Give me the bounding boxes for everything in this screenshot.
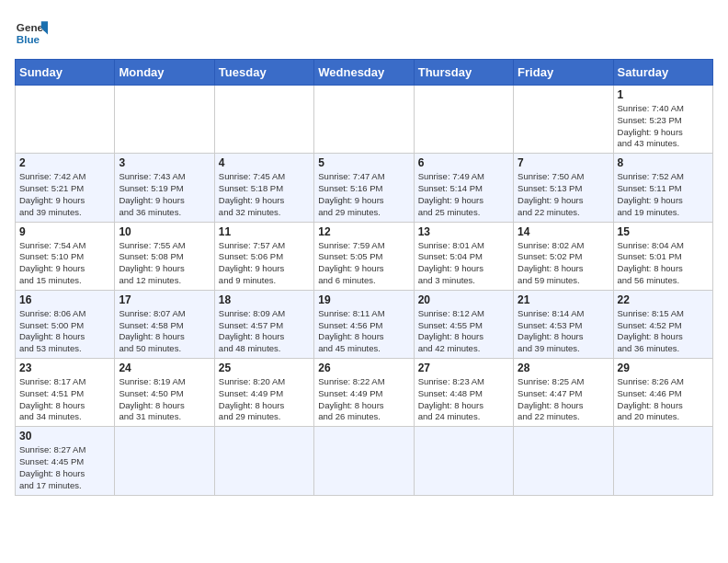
- calendar-cell: 18Sunrise: 8:09 AM Sunset: 4:57 PM Dayli…: [214, 290, 313, 358]
- day-info: Sunrise: 7:57 AM Sunset: 5:06 PM Dayligh…: [219, 240, 310, 287]
- page-container: General Blue SundayMondayTuesdayWednesda…: [15, 15, 713, 496]
- day-number: 27: [418, 362, 509, 374]
- day-info: Sunrise: 8:17 AM Sunset: 4:51 PM Dayligh…: [19, 376, 110, 423]
- calendar-cell: 14Sunrise: 8:02 AM Sunset: 5:02 PM Dayli…: [514, 222, 613, 290]
- day-number: 10: [119, 225, 210, 238]
- day-info: Sunrise: 8:07 AM Sunset: 4:58 PM Dayligh…: [119, 308, 210, 355]
- day-number: 6: [418, 156, 509, 169]
- day-number: 22: [618, 293, 709, 306]
- calendar-cell: 21Sunrise: 8:14 AM Sunset: 4:53 PM Dayli…: [514, 290, 613, 358]
- day-info: Sunrise: 8:15 AM Sunset: 4:52 PM Dayligh…: [618, 308, 709, 355]
- calendar-cell: 16Sunrise: 8:06 AM Sunset: 5:00 PM Dayli…: [16, 290, 115, 358]
- day-number: 25: [219, 362, 310, 374]
- day-info: Sunrise: 8:23 AM Sunset: 4:48 PM Dayligh…: [418, 376, 509, 423]
- calendar-cell: 7Sunrise: 7:50 AM Sunset: 5:13 PM Daylig…: [514, 154, 613, 222]
- logo-icon: General Blue: [15, 15, 48, 48]
- day-info: Sunrise: 8:20 AM Sunset: 4:49 PM Dayligh…: [219, 376, 310, 423]
- calendar-cell: 29Sunrise: 8:26 AM Sunset: 4:46 PM Dayli…: [613, 359, 712, 427]
- calendar-week-row: 16Sunrise: 8:06 AM Sunset: 5:00 PM Dayli…: [16, 290, 713, 358]
- day-number: 17: [119, 293, 210, 306]
- calendar-cell: 3Sunrise: 7:43 AM Sunset: 5:19 PM Daylig…: [115, 154, 214, 222]
- day-info: Sunrise: 7:43 AM Sunset: 5:19 PM Dayligh…: [119, 171, 210, 218]
- calendar-cell: [514, 427, 613, 495]
- calendar-cell: 22Sunrise: 8:15 AM Sunset: 4:52 PM Dayli…: [613, 290, 712, 358]
- day-number: 14: [518, 225, 609, 238]
- day-number: 29: [618, 362, 709, 374]
- calendar-cell: 20Sunrise: 8:12 AM Sunset: 4:55 PM Dayli…: [414, 290, 513, 358]
- calendar-cell: 26Sunrise: 8:22 AM Sunset: 4:49 PM Dayli…: [314, 359, 414, 427]
- calendar-week-row: 30Sunrise: 8:27 AM Sunset: 4:45 PM Dayli…: [16, 427, 713, 495]
- calendar-cell: 2Sunrise: 7:42 AM Sunset: 5:21 PM Daylig…: [16, 154, 115, 222]
- calendar-week-row: 1Sunrise: 7:40 AM Sunset: 5:23 PM Daylig…: [16, 86, 713, 154]
- day-info: Sunrise: 7:45 AM Sunset: 5:18 PM Dayligh…: [219, 171, 310, 218]
- day-info: Sunrise: 8:26 AM Sunset: 4:46 PM Dayligh…: [618, 376, 709, 423]
- calendar-cell: [115, 86, 214, 154]
- calendar-week-row: 2Sunrise: 7:42 AM Sunset: 5:21 PM Daylig…: [16, 154, 713, 222]
- day-info: Sunrise: 8:01 AM Sunset: 5:04 PM Dayligh…: [418, 240, 509, 287]
- calendar-cell: 27Sunrise: 8:23 AM Sunset: 4:48 PM Dayli…: [414, 359, 513, 427]
- weekday-header-wednesday: Wednesday: [314, 60, 414, 86]
- day-info: Sunrise: 7:52 AM Sunset: 5:11 PM Dayligh…: [618, 171, 709, 218]
- day-info: Sunrise: 8:22 AM Sunset: 4:49 PM Dayligh…: [318, 376, 409, 423]
- day-number: 19: [318, 293, 409, 306]
- day-info: Sunrise: 8:14 AM Sunset: 4:53 PM Dayligh…: [518, 308, 609, 355]
- day-number: 4: [219, 156, 310, 169]
- day-info: Sunrise: 8:12 AM Sunset: 4:55 PM Dayligh…: [418, 308, 509, 355]
- day-info: Sunrise: 7:50 AM Sunset: 5:13 PM Dayligh…: [518, 171, 609, 218]
- calendar-cell: [16, 86, 115, 154]
- calendar-cell: 25Sunrise: 8:20 AM Sunset: 4:49 PM Dayli…: [214, 359, 313, 427]
- day-info: Sunrise: 7:40 AM Sunset: 5:23 PM Dayligh…: [618, 103, 709, 150]
- calendar-cell: 24Sunrise: 8:19 AM Sunset: 4:50 PM Dayli…: [115, 359, 214, 427]
- calendar-cell: [613, 427, 712, 495]
- calendar-cell: 12Sunrise: 7:59 AM Sunset: 5:05 PM Dayli…: [314, 222, 414, 290]
- day-number: 20: [418, 293, 509, 306]
- calendar-cell: 13Sunrise: 8:01 AM Sunset: 5:04 PM Dayli…: [414, 222, 513, 290]
- calendar-cell: 28Sunrise: 8:25 AM Sunset: 4:47 PM Dayli…: [514, 359, 613, 427]
- calendar-cell: 8Sunrise: 7:52 AM Sunset: 5:11 PM Daylig…: [613, 154, 712, 222]
- calendar-cell: 1Sunrise: 7:40 AM Sunset: 5:23 PM Daylig…: [613, 86, 712, 154]
- weekday-header-row: SundayMondayTuesdayWednesdayThursdayFrid…: [16, 60, 713, 86]
- calendar-cell: 9Sunrise: 7:54 AM Sunset: 5:10 PM Daylig…: [16, 222, 115, 290]
- day-number: 18: [219, 293, 310, 306]
- calendar-cell: 6Sunrise: 7:49 AM Sunset: 5:14 PM Daylig…: [414, 154, 513, 222]
- day-number: 16: [19, 293, 110, 306]
- day-number: 26: [318, 362, 409, 374]
- weekday-header-saturday: Saturday: [613, 60, 712, 86]
- header: General Blue: [15, 15, 713, 48]
- weekday-header-monday: Monday: [115, 60, 214, 86]
- weekday-header-sunday: Sunday: [16, 60, 115, 86]
- calendar-table: SundayMondayTuesdayWednesdayThursdayFrid…: [15, 59, 713, 496]
- day-info: Sunrise: 7:47 AM Sunset: 5:16 PM Dayligh…: [318, 171, 409, 218]
- calendar-cell: [115, 427, 214, 495]
- calendar-cell: 30Sunrise: 8:27 AM Sunset: 4:45 PM Dayli…: [16, 427, 115, 495]
- day-info: Sunrise: 8:11 AM Sunset: 4:56 PM Dayligh…: [318, 308, 409, 355]
- weekday-header-tuesday: Tuesday: [214, 60, 313, 86]
- day-info: Sunrise: 8:02 AM Sunset: 5:02 PM Dayligh…: [518, 240, 609, 287]
- calendar-cell: [414, 86, 513, 154]
- day-number: 13: [418, 225, 509, 238]
- day-number: 15: [618, 225, 709, 238]
- day-info: Sunrise: 8:27 AM Sunset: 4:45 PM Dayligh…: [19, 444, 110, 491]
- calendar-cell: 17Sunrise: 8:07 AM Sunset: 4:58 PM Dayli…: [115, 290, 214, 358]
- calendar-week-row: 23Sunrise: 8:17 AM Sunset: 4:51 PM Dayli…: [16, 359, 713, 427]
- calendar-cell: [314, 86, 414, 154]
- day-info: Sunrise: 8:25 AM Sunset: 4:47 PM Dayligh…: [518, 376, 609, 423]
- calendar-cell: 15Sunrise: 8:04 AM Sunset: 5:01 PM Dayli…: [613, 222, 712, 290]
- day-info: Sunrise: 8:04 AM Sunset: 5:01 PM Dayligh…: [618, 240, 709, 287]
- logo: General Blue: [15, 15, 48, 48]
- day-info: Sunrise: 7:54 AM Sunset: 5:10 PM Dayligh…: [19, 240, 110, 287]
- calendar-cell: [314, 427, 414, 495]
- calendar-cell: [214, 86, 313, 154]
- day-info: Sunrise: 7:55 AM Sunset: 5:08 PM Dayligh…: [119, 240, 210, 287]
- day-number: 5: [318, 156, 409, 169]
- weekday-header-friday: Friday: [514, 60, 613, 86]
- day-number: 23: [19, 362, 110, 374]
- day-number: 3: [119, 156, 210, 169]
- day-number: 2: [19, 156, 110, 169]
- day-info: Sunrise: 7:59 AM Sunset: 5:05 PM Dayligh…: [318, 240, 409, 287]
- day-info: Sunrise: 8:06 AM Sunset: 5:00 PM Dayligh…: [19, 308, 110, 355]
- day-number: 30: [19, 430, 110, 442]
- svg-text:Blue: Blue: [17, 33, 40, 45]
- calendar-cell: 5Sunrise: 7:47 AM Sunset: 5:16 PM Daylig…: [314, 154, 414, 222]
- calendar-cell: [514, 86, 613, 154]
